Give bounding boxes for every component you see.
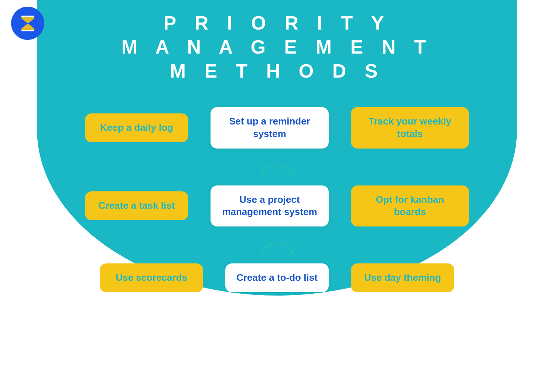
svg-marker-4: [291, 172, 294, 175]
row-1: Keep a daily log Set up a reminder syste…: [0, 107, 554, 149]
card-keep-daily-log-text: Keep a daily log: [100, 122, 173, 133]
arrow-center-1: [225, 160, 329, 181]
svg-marker-3: [260, 172, 263, 175]
card-kanban-boards-text: Opt for kanban boards: [376, 194, 444, 218]
card-project-management-text: Use a project management system: [222, 194, 317, 218]
arrows-row-1: [0, 160, 554, 182]
card-project-management: Use a project management system: [211, 185, 329, 227]
arrow-center-2: [225, 239, 329, 259]
card-track-weekly: Track your weekly totals: [351, 107, 469, 149]
svg-marker-5: [260, 250, 263, 253]
card-create-task-list: Create a task list: [85, 191, 188, 220]
card-scorecards: Use scorecards: [100, 263, 203, 292]
arrow-svg-2: [255, 239, 299, 259]
card-kanban-boards: Opt for kanban boards: [351, 185, 469, 227]
card-day-theming: Use day theming: [351, 263, 454, 292]
arrow-svg-1: [255, 160, 299, 181]
card-todo-list-text: Create a to-do list: [236, 272, 318, 283]
card-create-task-list-text: Create a task list: [99, 200, 175, 211]
title-line2: M A N A G E M E N T: [122, 36, 433, 58]
row-2: Create a task list Use a project managem…: [0, 185, 554, 227]
title-line3: M E T H O D S: [170, 60, 384, 82]
card-track-weekly-text: Track your weekly totals: [369, 116, 451, 139]
card-day-theming-text: Use day theming: [364, 272, 441, 283]
arrows-row-2: [0, 238, 554, 260]
card-reminder-system-text: Set up a reminder system: [229, 116, 310, 139]
row-3: Use scorecards Create a to-do list Use d…: [0, 263, 554, 292]
svg-marker-6: [291, 250, 294, 253]
cards-section: Keep a daily log Set up a reminder syste…: [0, 107, 554, 303]
page-title-block: P R I O R I T Y M A N A G E M E N T M E …: [0, 11, 554, 83]
card-scorecards-text: Use scorecards: [116, 272, 187, 283]
card-keep-daily-log: Keep a daily log: [85, 113, 188, 142]
card-reminder-system: Set up a reminder system: [211, 107, 329, 149]
title-line1: P R I O R I T Y: [164, 12, 391, 34]
card-todo-list: Create a to-do list: [225, 263, 329, 292]
